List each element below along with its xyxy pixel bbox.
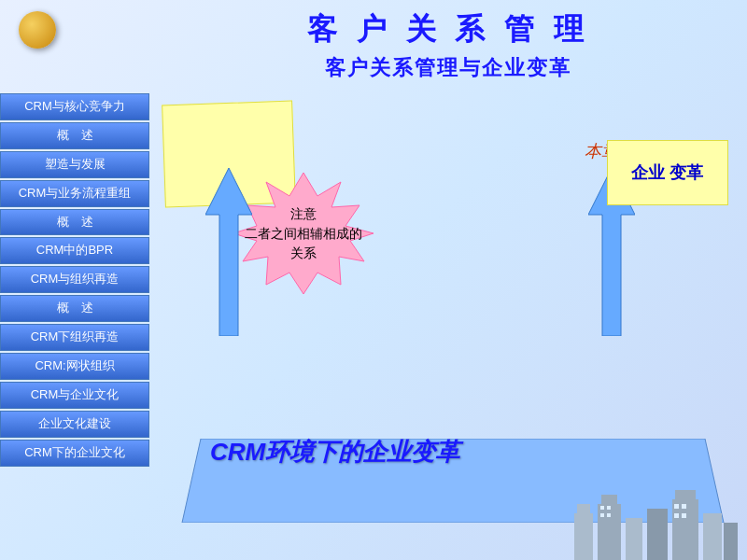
sidebar-item-8[interactable]: CRM下组织再造 <box>0 324 149 351</box>
sidebar-item-0[interactable]: CRM与核心竞争力 <box>0 93 149 120</box>
sidebar: CRM与核心竞争力概 述塑造与发展CRM与业务流程重组概 述CRM中的BPRCR… <box>0 93 149 467</box>
svg-rect-8 <box>626 518 642 560</box>
gold-ball-decoration <box>19 11 56 49</box>
sidebar-item-9[interactable]: CRM:网状组织 <box>0 353 149 380</box>
sidebar-item-10[interactable]: CRM与企业文化 <box>0 382 149 409</box>
svg-rect-4 <box>574 513 593 560</box>
svg-rect-21 <box>682 513 686 518</box>
sidebar-item-11[interactable]: 企业文化建设 <box>0 411 149 438</box>
header: 客 户 关 系 管 理 客户关系管理与企业变革 <box>149 0 747 87</box>
svg-rect-9 <box>647 509 668 560</box>
svg-rect-20 <box>674 513 679 518</box>
svg-rect-7 <box>601 495 617 504</box>
sidebar-item-1[interactable]: 概 述 <box>0 122 149 149</box>
svg-rect-12 <box>703 513 722 560</box>
svg-rect-5 <box>577 504 590 513</box>
svg-rect-13 <box>724 523 738 560</box>
sidebar-item-3[interactable]: CRM与业务流程重组 <box>0 180 149 207</box>
sidebar-item-2[interactable]: 塑造与发展 <box>0 151 149 178</box>
sidebar-item-5[interactable]: CRM中的BPR <box>0 237 149 264</box>
sidebar-item-12[interactable]: CRM下的企业文化 <box>0 440 149 467</box>
enterprise-box: 企业 变革 <box>607 140 728 205</box>
crm-base-label: CRM环境下的企业变革 <box>210 436 459 469</box>
svg-rect-19 <box>682 504 686 509</box>
buildings-decoration <box>570 485 738 560</box>
sidebar-item-7[interactable]: 概 述 <box>0 295 149 322</box>
sub-title: 客户关系管理与企业变革 <box>149 54 747 82</box>
svg-rect-16 <box>600 513 604 517</box>
svg-rect-15 <box>607 506 611 510</box>
sidebar-item-4[interactable]: 概 述 <box>0 209 149 236</box>
svg-rect-11 <box>675 490 696 499</box>
starburst-text: 注意 二者之间相辅相成的 关系 <box>245 204 362 263</box>
main-content-area: 本章主要内容：） 注意 二者之间相辅相成的 关系 企业 <box>154 93 747 560</box>
svg-rect-6 <box>598 504 621 560</box>
svg-rect-17 <box>607 513 611 517</box>
svg-rect-14 <box>600 506 604 510</box>
main-title: 客 户 关 系 管 理 <box>149 9 747 50</box>
svg-rect-18 <box>674 504 679 509</box>
sidebar-item-6[interactable]: CRM与组织再造 <box>0 266 149 293</box>
